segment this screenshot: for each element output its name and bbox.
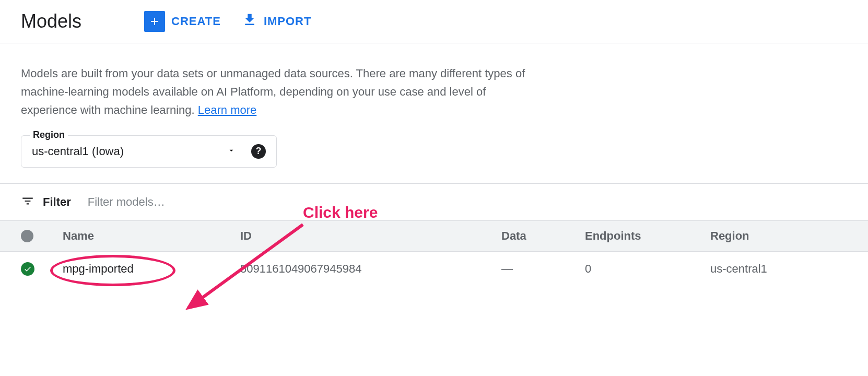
- create-button-label: CREATE: [171, 15, 221, 28]
- header-data[interactable]: Data: [501, 229, 585, 243]
- plus-icon: [144, 11, 165, 32]
- row-id: 5091161049067945984: [240, 262, 501, 276]
- page-title: Models: [21, 10, 81, 32]
- filter-bar[interactable]: Filter Filter models…: [0, 183, 868, 220]
- description-text: Models are built from your data sets or …: [0, 43, 548, 135]
- create-button[interactable]: CREATE: [144, 11, 221, 32]
- row-endpoints: 0: [585, 262, 710, 276]
- import-button-label: IMPORT: [264, 15, 312, 28]
- filter-label: Filter: [43, 195, 71, 209]
- region-label: Region: [30, 130, 68, 140]
- help-icon[interactable]: ?: [251, 144, 266, 159]
- import-button[interactable]: IMPORT: [242, 12, 312, 31]
- region-value: us-central1 (Iowa): [32, 145, 227, 158]
- header-id[interactable]: ID: [240, 229, 501, 243]
- table-header: Name ID Data Endpoints Region: [0, 220, 868, 252]
- region-select[interactable]: Region us-central1 (Iowa) ?: [21, 135, 277, 168]
- page-header: Models CREATE IMPORT: [0, 0, 868, 43]
- row-name-cell[interactable]: mpg-imported: [63, 262, 240, 276]
- learn-more-link[interactable]: Learn more: [198, 103, 257, 116]
- row-region: us-central1: [710, 262, 815, 276]
- models-table: Name ID Data Endpoints Region mpg-import…: [0, 220, 868, 286]
- status-dot-icon: [21, 230, 33, 242]
- filter-placeholder: Filter models…: [88, 195, 165, 209]
- header-status: [21, 230, 63, 242]
- header-endpoints[interactable]: Endpoints: [585, 229, 710, 243]
- header-region[interactable]: Region: [710, 229, 815, 243]
- table-row[interactable]: mpg-imported 5091161049067945984 — 0 us-…: [0, 252, 868, 286]
- header-name[interactable]: Name: [63, 229, 240, 243]
- filter-icon: [21, 194, 34, 210]
- model-name: mpg-imported: [63, 262, 134, 275]
- row-status: [21, 262, 63, 276]
- import-icon: [242, 12, 257, 31]
- row-data: —: [501, 262, 585, 276]
- checkmark-icon: [21, 262, 34, 276]
- chevron-down-icon: [227, 146, 236, 157]
